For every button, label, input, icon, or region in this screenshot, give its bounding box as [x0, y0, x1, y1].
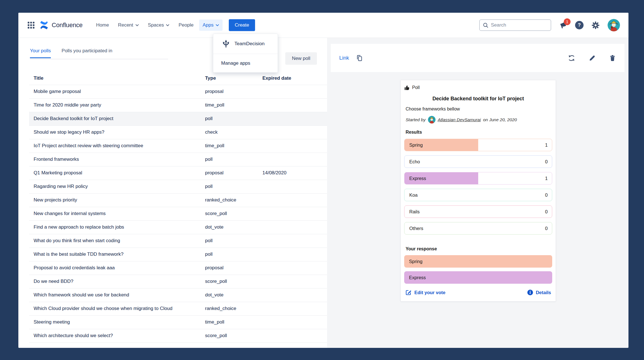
poll-result-bar: Spring 1 — [404, 139, 552, 151]
details-button[interactable]: Details — [527, 290, 551, 295]
column-header-expired-date: Expired date — [262, 75, 327, 81]
user-avatar[interactable] — [608, 19, 620, 31]
search-box[interactable] — [479, 19, 551, 31]
copy-link-icon[interactable] — [356, 55, 363, 62]
poll-detail-toolbar: Link — [331, 44, 625, 72]
notifications-button[interactable]: 1 — [559, 21, 567, 30]
nav-item-spaces[interactable]: Spaces — [145, 19, 173, 31]
tab-your-polls[interactable]: Your polls — [30, 48, 51, 58]
column-header-title: Title — [29, 72, 201, 85]
row-title: Frontend frameworks — [29, 153, 201, 166]
poll-result-bar: Echo 0 — [404, 155, 552, 168]
create-button[interactable]: Create — [229, 19, 255, 31]
row-title: What do you think first when start codin… — [29, 235, 201, 247]
row-type: check — [201, 129, 262, 135]
edit-pencil-icon[interactable] — [589, 55, 596, 62]
row-title: Which framework should we use for backen… — [29, 289, 201, 302]
table-row[interactable]: Time for 2020 middle year party time_pol… — [29, 99, 327, 112]
poll-description: Choose frameworks bellow — [404, 107, 552, 112]
apps-menu-item-manage-apps[interactable]: Manage apps — [213, 54, 278, 72]
row-type: poll — [201, 238, 262, 244]
table-row[interactable]: Steering meeting time_poll — [29, 316, 327, 329]
search-input[interactable] — [491, 22, 547, 28]
nav-item-home[interactable]: Home — [93, 19, 112, 31]
confluence-logo[interactable]: Confluence — [39, 20, 82, 30]
poll-option-count: 1 — [545, 142, 548, 148]
info-icon — [527, 290, 533, 295]
table-row[interactable]: New projects priority ranked_choice — [29, 194, 327, 207]
response-pill: Express — [404, 271, 552, 284]
poll-result-bar: Others 0 — [404, 222, 552, 235]
table-row[interactable]: Ragarding new HR policy poll — [29, 180, 327, 194]
nav-item-apps[interactable]: Apps — [199, 19, 223, 31]
table-row[interactable]: Find a new approach to replace batch job… — [29, 221, 327, 234]
poll-option-count: 0 — [545, 192, 548, 198]
table-row[interactable]: Do we need BDD? score_poll — [29, 275, 327, 289]
table-row[interactable]: Which Cloud provider should we choose wh… — [29, 302, 327, 316]
poll-result-bar: Koa 0 — [404, 189, 552, 201]
new-poll-button[interactable]: New poll — [285, 52, 317, 65]
chevron-down-icon — [135, 24, 139, 26]
apps-menu-item-label: Manage apps — [221, 60, 250, 66]
top-navbar: Confluence Home Recent Spaces People App… — [18, 13, 628, 38]
table-row[interactable]: Q1 Marketing proposal proposal 14/08/202… — [29, 166, 327, 180]
poll-author-link[interactable]: Atlassian DevSamurai — [438, 117, 481, 122]
polls-table: Title Type Expired date Mobile game prop… — [29, 72, 327, 343]
link-button[interactable]: Link — [339, 55, 349, 61]
table-row[interactable]: New changes for internal systems score_p… — [29, 207, 327, 221]
edit-your-vote-button[interactable]: Edit your vote — [405, 289, 445, 296]
row-title: Time for 2020 middle year party — [29, 99, 201, 112]
poll-card: Poll Decide Backend toolkit for IoT proj… — [401, 80, 556, 302]
row-title: Do we need BDD? — [29, 275, 201, 288]
delete-trash-icon[interactable] — [609, 55, 616, 62]
row-type: ranked_choice — [201, 306, 262, 311]
app-switcher-icon[interactable] — [27, 21, 35, 29]
chevron-down-icon — [216, 24, 219, 26]
table-row[interactable]: Which architecture should we select? sco… — [29, 329, 327, 343]
poll-result-bar: Rails 0 — [404, 205, 552, 218]
edit-your-vote-label: Edit your vote — [414, 290, 445, 295]
row-type: poll — [201, 116, 262, 122]
row-type: proposal — [201, 265, 262, 271]
row-type: proposal — [201, 170, 262, 176]
row-type: score_poll — [201, 333, 262, 339]
notification-badge: 1 — [564, 18, 571, 25]
nav-item-people[interactable]: People — [175, 19, 197, 31]
polls-table-header: Title Type Expired date — [29, 72, 327, 85]
settings-gear-icon[interactable] — [591, 21, 600, 30]
row-expired-date: 14/08/2020 — [262, 170, 327, 176]
author-avatar — [428, 116, 436, 123]
poll-option-label: Echo — [409, 159, 420, 164]
poll-option-label: Express — [409, 176, 426, 181]
confluence-window: Confluence Home Recent Spaces People App… — [18, 13, 628, 348]
nav-item-recent[interactable]: Recent — [115, 19, 142, 31]
row-type: score_poll — [201, 279, 262, 284]
table-row[interactable]: Mobile game proposal proposal — [29, 85, 327, 99]
poll-title: Decide Backend toolkit for IoT project — [404, 96, 552, 102]
table-row[interactable]: What do you think first when start codin… — [29, 234, 327, 248]
poll-option-label: Rails — [409, 209, 420, 214]
poll-option-count: 1 — [545, 176, 548, 181]
apps-menu-item-teamdecision[interactable]: TeamDecision — [213, 34, 278, 54]
table-row[interactable]: Should we stop legacy HR apps? check — [29, 126, 327, 139]
header-right-group: 1 ? — [479, 19, 620, 31]
help-button[interactable]: ? — [575, 21, 584, 29]
table-row[interactable]: Which framework should we use for backen… — [29, 289, 327, 302]
content-area: Your polls Polls you participated in New… — [18, 38, 628, 348]
refresh-icon[interactable] — [568, 54, 575, 62]
table-row[interactable]: Decide Backend toolkit for IoT project p… — [29, 112, 327, 126]
chevron-down-icon — [166, 24, 169, 26]
confluence-logo-icon — [39, 20, 49, 30]
table-row[interactable]: What is the best suitable TDD framework?… — [29, 248, 327, 261]
row-title: Find a new approach to replace batch job… — [29, 221, 201, 234]
table-row[interactable]: Frontend frameworks poll — [29, 153, 327, 166]
row-type: ranked_choice — [201, 197, 262, 203]
response-pill: Spring — [404, 255, 552, 268]
table-row[interactable]: Proposal to avoid credentials leak aaa p… — [29, 261, 327, 275]
response-label: Express — [409, 275, 426, 280]
row-type: proposal — [201, 89, 262, 94]
row-title: IoT Project architect review with steeri… — [29, 140, 201, 152]
tab-polls-participated[interactable]: Polls you participated in — [62, 48, 112, 58]
poll-badge-label: Poll — [412, 85, 420, 90]
table-row[interactable]: IoT Project architect review with steeri… — [29, 139, 327, 153]
